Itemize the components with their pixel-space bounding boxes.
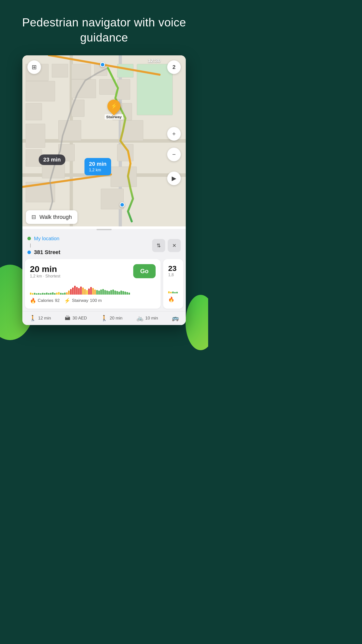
- calories-tag-2: 🔥: [168, 296, 178, 302]
- elev-bar: [58, 292, 60, 295]
- from-label: My location: [34, 236, 59, 242]
- tab-aed[interactable]: 🏔 30 AED: [65, 315, 87, 321]
- connector: [30, 244, 31, 248]
- zoom-number-button[interactable]: 2: [167, 60, 181, 74]
- go-button[interactable]: Go: [133, 264, 156, 278]
- plus-icon: +: [172, 130, 176, 137]
- close-route-button[interactable]: ✕: [168, 239, 181, 252]
- tab-bike[interactable]: 🚲 10 min: [137, 315, 158, 321]
- map-clock: 12:30: [148, 58, 161, 64]
- elev-bar: [124, 292, 126, 295]
- elev-bar: [34, 293, 35, 295]
- stairway-tag: ⚡ Stairway 100 m: [64, 298, 102, 304]
- elev-bar: [98, 291, 100, 295]
- elev-bar: [64, 293, 66, 295]
- bus-tab-icon: 🚌: [172, 315, 179, 321]
- elev-bar-2: [170, 292, 172, 293]
- elev-bar: [72, 288, 74, 295]
- route-card-secondary: 23 1,8 🔥: [163, 259, 183, 309]
- locate-button[interactable]: ▶: [167, 172, 181, 185]
- drag-handle: [97, 229, 112, 230]
- decoration-wave-right: [186, 295, 208, 350]
- route-dist-2: 1,8: [168, 273, 174, 277]
- elev-bar: [114, 291, 116, 295]
- elev-bar: [106, 291, 108, 295]
- calories-value: 92: [55, 298, 60, 303]
- route-tags: 🔥 Calories 92 ⚡ Stairway 100 m: [30, 298, 156, 304]
- elev-bar: [78, 288, 80, 295]
- location-row: My location 381 Street ⇅ ✕: [22, 231, 186, 259]
- elev-bar: [48, 293, 50, 295]
- swap-button[interactable]: ⇅: [152, 239, 165, 252]
- walk-through-button[interactable]: ⊟ Walk through: [26, 210, 77, 224]
- zoom-out-button[interactable]: −: [167, 148, 181, 161]
- bottom-panel: My location 381 Street ⇅ ✕: [22, 229, 186, 325]
- route-detail-2: 1,8: [168, 273, 178, 277]
- elev-bar: [56, 293, 58, 295]
- time-badge-blue: 20 min 1,2 km: [84, 158, 111, 175]
- tab-walk-12[interactable]: 🚶 12 min: [29, 315, 51, 321]
- route-duration-2: 23: [168, 264, 178, 273]
- close-icon: ✕: [172, 243, 176, 249]
- elev-bar: [128, 293, 130, 295]
- route-tag: Shortest: [45, 274, 60, 278]
- calories-label: Calories: [38, 298, 53, 303]
- elev-bar: [50, 293, 52, 295]
- stairway-icon: ⚡: [110, 103, 117, 109]
- location-from: My location: [27, 236, 60, 242]
- route-card-main: 20 min 1,2 km · Shortest Go 🔥 Calories 9…: [25, 259, 161, 309]
- from-dot: [27, 237, 31, 240]
- route-path: [22, 55, 186, 226]
- elev-bar: [100, 290, 102, 295]
- elev-bar: [70, 289, 72, 295]
- elev-bar: [126, 292, 128, 295]
- elev-bar: [108, 291, 110, 295]
- filter-icon: ⊟: [31, 214, 36, 220]
- swap-icon: ⇅: [157, 243, 161, 249]
- elev-bar: [90, 287, 92, 295]
- route-dot-end: [120, 202, 125, 207]
- elev-bar: [74, 286, 76, 295]
- hero-title: Pedestrian navigator with voice guidance: [0, 0, 208, 55]
- walk-tab-icon: 🚶: [29, 315, 36, 321]
- to-label: 381 Street: [34, 249, 60, 256]
- elev-bar: [88, 289, 90, 295]
- pin-circle: ⚡: [105, 97, 123, 116]
- elev-bar: [46, 293, 48, 295]
- tab-walk-20[interactable]: 🚶 20 min: [101, 315, 122, 321]
- to-dot: [27, 251, 31, 254]
- tab-label-4: 10 min: [145, 316, 158, 321]
- elev-bar-2: [172, 292, 174, 293]
- elev-bar: [44, 293, 46, 295]
- connector-line: [29, 244, 60, 247]
- location-items: My location 381 Street: [27, 236, 60, 256]
- elev-bar: [102, 289, 104, 295]
- zoom-in-button[interactable]: +: [167, 127, 181, 141]
- stairway-tag-value: 100 m: [90, 298, 102, 303]
- elevation-chart-2: [168, 281, 178, 293]
- walk2-tab-icon: 🚶: [101, 315, 108, 321]
- tab-bus[interactable]: 🚌: [172, 315, 179, 321]
- elev-bar-2: [174, 292, 176, 293]
- bottom-tab-bar: 🚶 12 min 🏔 30 AED 🚶 20 min 🚲 10 min 🚌: [22, 311, 186, 325]
- elev-bar: [112, 290, 114, 295]
- location-actions: ⇅ ✕: [152, 239, 181, 252]
- stairway-tag-icon: ⚡: [64, 298, 70, 304]
- elev-bar: [92, 288, 94, 295]
- locate-icon: ▶: [172, 175, 176, 182]
- elev-bar: [122, 291, 124, 295]
- calories-icon-2: 🔥: [168, 296, 174, 302]
- elev-bar: [60, 293, 62, 295]
- mountain-tab-icon: 🏔: [65, 315, 70, 321]
- elev-bar: [96, 290, 98, 295]
- route-distance: 1,2 km: [30, 274, 42, 278]
- badge-blue-time: 20 min: [89, 160, 107, 168]
- elev-bar: [38, 293, 39, 295]
- location-to: 381 Street: [27, 249, 60, 256]
- elev-bar: [40, 293, 41, 295]
- elev-bar: [118, 292, 120, 295]
- stairway-pin: ⚡ Stairway: [105, 100, 123, 119]
- elev-bar: [30, 293, 31, 295]
- layers-icon: ⊞: [32, 64, 37, 71]
- layers-button[interactable]: ⊞: [27, 60, 41, 74]
